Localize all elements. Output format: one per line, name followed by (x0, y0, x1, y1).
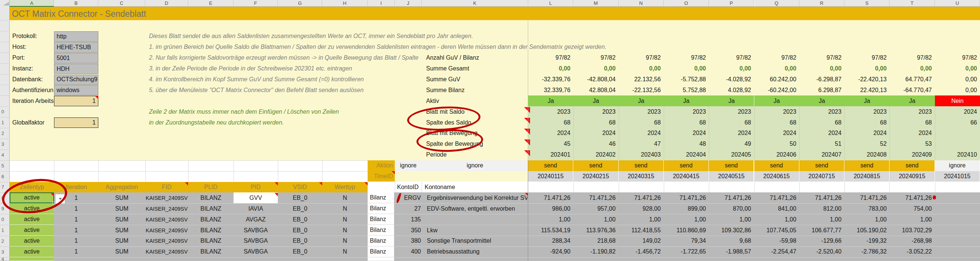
value-cell[interactable]: 106.677,77 (799, 225, 843, 235)
value-cell[interactable]: 71.471,26 (573, 192, 617, 203)
value-cell[interactable] (845, 257, 888, 261)
value-cell[interactable]: 107.745,05 (754, 225, 798, 235)
pid-cell[interactable]: AVGAZ (234, 214, 278, 225)
value-cell[interactable]: 1,00 (845, 214, 888, 225)
config-input-host[interactable]: HEHE-TSUB (54, 42, 98, 53)
quelle-value-blatt_saldo[interactable]: 2024 (935, 106, 978, 117)
zeilentyp-cell[interactable]: active (10, 247, 54, 257)
quelle-value-spalte_bewegung[interactable]: 50 (754, 139, 798, 149)
value-cell[interactable]: 110.860,69 (664, 225, 707, 235)
vsid-cell[interactable]: EB_0 (278, 235, 322, 247)
value-cell[interactable]: -3.052,22 (889, 247, 933, 257)
werttyp-cell[interactable]: N (322, 203, 368, 214)
fid-cell[interactable]: KAISER_2409SV (145, 214, 188, 225)
quelle-value-periode[interactable]: 202403 (619, 149, 662, 160)
value-cell[interactable]: -268,98 (889, 235, 933, 247)
value-cell[interactable]: 71.471,26 (889, 192, 933, 203)
pid-cell[interactable]: SAVBGA (234, 225, 278, 235)
column-header-D[interactable]: D (145, 0, 188, 7)
quelle-value-spalte_saldo[interactable]: 66 (935, 117, 978, 128)
quelle-value-blatt_saldo[interactable]: 2023 (573, 106, 617, 117)
vsid-cell[interactable]: EB_0 (278, 203, 322, 214)
quelle-value-spalte_saldo[interactable]: 68 (528, 117, 572, 128)
quelle-value-spalte_bewegung[interactable]: 51 (799, 139, 843, 149)
row-number[interactable]: 7 (0, 182, 4, 193)
value-cell[interactable]: 109.302,86 (709, 225, 752, 235)
aggregation-cell[interactable]: SUM (98, 235, 145, 247)
aggregation-cell[interactable]: SUM (98, 214, 145, 225)
quelle-value-spalte_saldo[interactable]: 68 (619, 117, 662, 128)
value-cell[interactable]: 1,00 (528, 214, 572, 225)
quelle-value-periode[interactable]: 202402 (573, 149, 617, 160)
zeilentyp-cell[interactable]: active (10, 214, 54, 225)
vsid-cell[interactable] (278, 257, 322, 261)
plid-cell[interactable]: BILANZ (188, 225, 234, 235)
quelle-value-spalte_saldo[interactable]: 68 (709, 117, 752, 128)
value-cell[interactable]: 105.190,02 (845, 225, 888, 235)
value-cell[interactable]: 71.471,26 (709, 192, 752, 203)
value-cell[interactable]: 957,00 (573, 203, 617, 214)
timeid-cell[interactable]: 20240515 (709, 171, 754, 182)
column-header-L[interactable]: L (528, 0, 573, 7)
row-number[interactable]: 3 (0, 139, 4, 149)
value-cell[interactable]: -2.254,47 (754, 247, 798, 257)
aktion-cell[interactable]: send (619, 160, 663, 171)
value-cell[interactable] (935, 257, 978, 261)
typ-cell[interactable]: Bilanz (368, 203, 394, 214)
quelle-value-blatt_bewegung[interactable] (935, 128, 978, 139)
quelle-value-blatt_bewegung[interactable]: 2024 (664, 128, 707, 139)
kontoid-cell[interactable]: 27 (395, 203, 421, 214)
value-cell[interactable]: 841,00 (754, 203, 798, 214)
quelle-value-blatt_saldo[interactable]: 2023 (845, 106, 888, 117)
quelle-value-blatt_saldo[interactable]: 2023 (889, 106, 933, 117)
aktiv-cell[interactable]: Ja (619, 96, 664, 106)
kontoname-cell[interactable]: Ergebnisverwendung bei Korrektur SV (425, 192, 527, 203)
aktion-cell[interactable]: send (799, 160, 844, 171)
werttyp-cell[interactable]: N (322, 192, 368, 203)
quelle-value-spalte_saldo[interactable]: 68 (889, 117, 933, 128)
value-cell[interactable]: 812,00 (799, 203, 843, 214)
vsid-cell[interactable]: EB_0 (278, 247, 322, 257)
row-number[interactable]: 6 (0, 171, 4, 182)
value-cell[interactable]: 288,34 (528, 235, 572, 247)
timeid-cell[interactable]: 20240915 (889, 171, 934, 182)
config-input-port[interactable]: 5001 (54, 53, 98, 63)
aktiv-cell[interactable]: Ja (845, 96, 889, 106)
vsid-cell[interactable]: EB_0 (278, 214, 322, 225)
aktiv-cell[interactable]: Ja (664, 96, 709, 106)
fid-cell[interactable] (145, 257, 188, 261)
value-cell[interactable] (889, 257, 933, 261)
value-cell[interactable]: 1,00 (573, 214, 617, 225)
iteration-cell[interactable]: 1 (54, 235, 98, 247)
aktion-cell[interactable]: send (573, 160, 618, 171)
value-cell[interactable]: 9,68 (709, 235, 752, 247)
value-cell[interactable]: -199,32 (845, 235, 888, 247)
quelle-value-periode[interactable]: 202405 (709, 149, 752, 160)
vsid-cell[interactable]: EB_0 (278, 225, 322, 235)
quelle-value-blatt_saldo[interactable]: 2023 (799, 106, 843, 117)
werttyp-cell[interactable]: N (322, 235, 368, 247)
quelle-value-blatt_saldo[interactable]: 2023 (619, 106, 662, 117)
plid-cell[interactable]: BILANZ (188, 247, 234, 257)
value-cell[interactable]: -2.786,32 (845, 247, 888, 257)
aktion-cell[interactable]: ignore (935, 160, 980, 171)
column-header-K[interactable]: K (422, 0, 528, 7)
typ-cell[interactable]: Bilanz (368, 235, 394, 247)
row-number[interactable]: 1 (0, 225, 4, 235)
quelle-value-spalte_bewegung[interactable] (935, 139, 978, 149)
iteration-cell[interactable]: 1 (54, 214, 98, 225)
value-cell[interactable]: 754,00 (889, 203, 933, 214)
quelle-value-blatt_bewegung[interactable]: 2024 (889, 128, 933, 139)
value-cell[interactable]: 71.471,26 (528, 192, 572, 203)
column-header-C[interactable]: C (98, 0, 145, 7)
typ-cell[interactable]: Bilanz (368, 214, 394, 225)
value-cell[interactable]: -2.520,40 (799, 247, 843, 257)
aggregation-cell[interactable] (98, 257, 145, 261)
typ-cell[interactable]: Bilanz (368, 192, 394, 203)
column-header-T[interactable]: T (889, 0, 935, 7)
fid-cell[interactable]: KAISER_2409SV (145, 225, 188, 235)
aktiv-cell[interactable]: Ja (889, 96, 935, 106)
zeilentyp-cell[interactable] (10, 257, 54, 261)
value-cell[interactable]: 71.471,26 (664, 192, 707, 203)
timeid-cell[interactable]: 20240215 (573, 171, 618, 182)
